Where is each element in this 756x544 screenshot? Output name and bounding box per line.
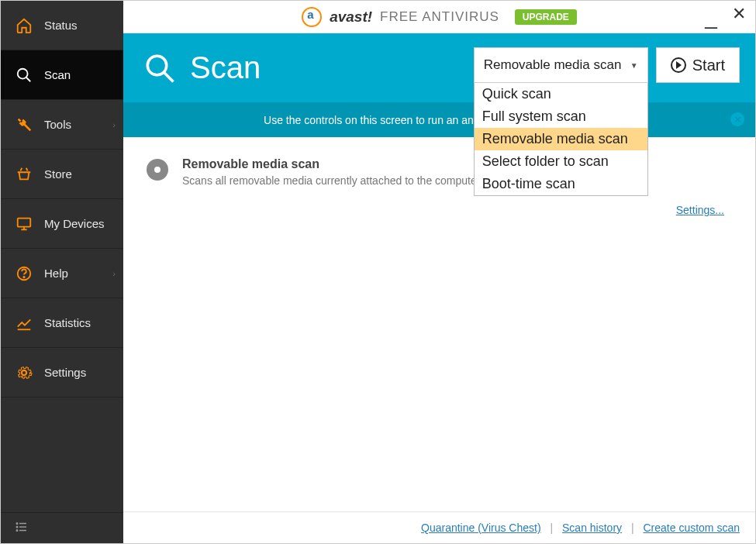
- avast-logo-icon: [302, 7, 322, 27]
- svg-point-6: [23, 276, 24, 277]
- gear-icon: [15, 363, 33, 382]
- sidebar-item-label: Statistics: [44, 316, 91, 329]
- play-icon: [671, 57, 686, 73]
- sidebar-item-label: Status: [44, 19, 78, 32]
- sidebar-footer-toggle[interactable]: [1, 512, 123, 543]
- close-button[interactable]: ✕: [729, 4, 749, 24]
- search-icon: [15, 66, 33, 84]
- tools-icon: [15, 115, 33, 134]
- svg-rect-2: [18, 218, 31, 226]
- dropdown-option-select-folder[interactable]: Select folder to scan: [475, 150, 647, 173]
- sidebar: Status Scan Tools › Store My Devices: [1, 1, 123, 543]
- chart-icon: [15, 314, 33, 332]
- search-icon: [143, 52, 176, 84]
- dropdown-option-removable-media-scan[interactable]: Removable media scan: [475, 128, 647, 150]
- hero-banner: Scan Removable media scan ▼ Quick scan F…: [123, 33, 755, 103]
- disc-icon: [147, 159, 168, 181]
- start-button-label: Start: [692, 57, 725, 74]
- titlebar: avast! FREE ANTIVIRUS UPGRADE _ ✕: [123, 1, 755, 33]
- sidebar-item-label: My Devices: [44, 217, 105, 230]
- scan-type-dropdown[interactable]: Removable media scan ▼ Quick scan Full s…: [474, 47, 648, 83]
- sidebar-item-settings[interactable]: Settings: [1, 348, 123, 398]
- sidebar-item-tools[interactable]: Tools ›: [1, 100, 123, 150]
- brand: avast! FREE ANTIVIRUS UPGRADE: [302, 7, 577, 27]
- sidebar-item-label: Tools: [44, 118, 71, 131]
- dropdown-list: Quick scan Full system scan Removable me…: [474, 83, 648, 196]
- basket-icon: [15, 165, 33, 184]
- svg-point-8: [22, 370, 26, 375]
- dropdown-selected[interactable]: Removable media scan ▼: [474, 47, 648, 83]
- sidebar-item-label: Scan: [44, 68, 71, 81]
- main-area: avast! FREE ANTIVIRUS UPGRADE _ ✕ Scan R…: [123, 1, 755, 543]
- svg-point-9: [16, 522, 18, 524]
- sidebar-item-label: Store: [44, 167, 72, 181]
- content-area: Removable media scan Scans all removable…: [123, 137, 755, 511]
- sidebar-item-label: Settings: [44, 366, 86, 379]
- scan-section-title: Removable media scan: [182, 157, 483, 171]
- footer-link-create-custom[interactable]: Create custom scan: [644, 522, 740, 534]
- settings-link[interactable]: Settings...: [676, 204, 724, 216]
- dropdown-option-full-system-scan[interactable]: Full system scan: [475, 105, 647, 128]
- page-title: Scan: [190, 50, 261, 85]
- info-bar: Use the controls on this screen to run a…: [123, 103, 755, 137]
- close-icon[interactable]: ✕: [730, 112, 744, 126]
- sidebar-item-status[interactable]: Status: [1, 1, 123, 50]
- caret-down-icon: ▼: [630, 61, 638, 70]
- list-icon: [15, 520, 29, 537]
- scan-section-description: Scans all removable media currently atta…: [182, 174, 483, 187]
- chevron-right-icon: ›: [112, 269, 116, 278]
- footer: Quarantine (Virus Chest) | Scan history …: [123, 511, 755, 543]
- footer-link-quarantine[interactable]: Quarantine (Virus Chest): [421, 522, 541, 534]
- dropdown-option-boot-time-scan[interactable]: Boot-time scan: [475, 173, 647, 195]
- home-icon: [15, 16, 33, 35]
- sidebar-item-statistics[interactable]: Statistics: [1, 298, 123, 348]
- sidebar-item-store[interactable]: Store: [1, 150, 123, 199]
- upgrade-button[interactable]: UPGRADE: [515, 9, 577, 25]
- monitor-icon: [15, 215, 33, 233]
- brand-name: avast!: [330, 9, 372, 26]
- svg-line-16: [164, 72, 173, 81]
- svg-point-15: [147, 56, 167, 75]
- svg-point-0: [18, 68, 28, 78]
- minimize-button[interactable]: _: [701, 13, 721, 21]
- svg-point-11: [16, 526, 18, 528]
- sidebar-item-help[interactable]: Help ›: [1, 249, 123, 298]
- brand-subtitle: FREE ANTIVIRUS: [380, 9, 499, 25]
- footer-link-scan-history[interactable]: Scan history: [562, 522, 622, 534]
- sidebar-item-my-devices[interactable]: My Devices: [1, 199, 123, 249]
- chevron-right-icon: ›: [112, 120, 116, 129]
- sidebar-item-label: Help: [44, 267, 68, 280]
- separator: |: [551, 522, 554, 534]
- help-icon: [15, 264, 33, 283]
- svg-line-1: [26, 77, 31, 81]
- sidebar-item-scan[interactable]: Scan: [1, 50, 123, 100]
- dropdown-selected-label: Removable media scan: [484, 57, 622, 73]
- dropdown-option-quick-scan[interactable]: Quick scan: [475, 83, 647, 105]
- separator: |: [631, 522, 634, 534]
- start-button[interactable]: Start: [656, 47, 740, 83]
- svg-point-13: [16, 529, 18, 531]
